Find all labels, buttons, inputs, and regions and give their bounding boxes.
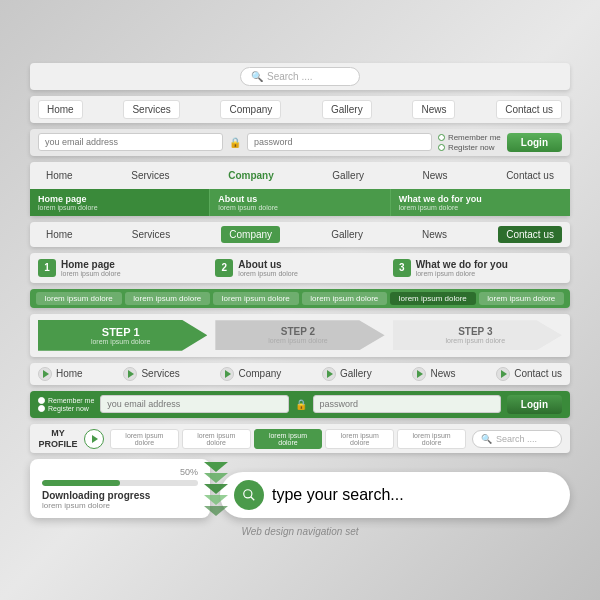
login-button-2[interactable]: Login — [507, 395, 562, 414]
play-btn-0[interactable] — [38, 367, 52, 381]
nav4-tab-services[interactable]: Services — [124, 226, 178, 243]
step-text-1: Home page lorem ipsum dolore — [61, 259, 121, 277]
play-item-5: Contact us — [496, 367, 562, 381]
nav4-tab-home[interactable]: Home — [38, 226, 81, 243]
dd-item-2[interactable]: About us lorem ipsum dolore — [210, 189, 390, 216]
bottom-row: 50% Downloading progress lorem ipsum dol… — [30, 459, 570, 518]
email-input-2[interactable] — [100, 395, 288, 413]
download-percent: 50% — [42, 467, 198, 477]
nav4-tab-company[interactable]: Company — [221, 226, 280, 243]
nav3-tab-company[interactable]: Company — [220, 167, 282, 184]
tab-gallery[interactable]: Gallery — [322, 100, 372, 119]
breadcrumb-tags: lorem ipsum dolore lorem ipsum dolore lo… — [110, 429, 466, 449]
play-label-2: Company — [238, 368, 281, 379]
search-svg — [242, 488, 256, 502]
login-button[interactable]: Login — [507, 133, 562, 152]
numbered-steps: 1 Home page lorem ipsum dolore 2 About u… — [30, 253, 570, 283]
register-radio[interactable] — [438, 144, 445, 151]
step-num-1: 1 — [38, 259, 56, 277]
prog-step-3[interactable]: STEP 3 lorem ipsum dolore — [393, 320, 562, 350]
play-btn-1[interactable] — [123, 367, 137, 381]
big-search-icon[interactable] — [234, 480, 264, 510]
search-box-1[interactable]: 🔍 Search .... — [240, 67, 360, 86]
dd-item-3[interactable]: What we do for you lorem ipsum dolore — [391, 189, 570, 216]
email-input[interactable] — [38, 133, 223, 151]
remember-radio-2[interactable] — [38, 397, 45, 404]
step-title-3: What we do for you — [416, 259, 508, 270]
prog-sub-3: lorem ipsum dolore — [446, 337, 506, 344]
play-label-4: News — [430, 368, 455, 379]
step-item-3: 3 What we do for you lorem ipsum dolore — [393, 259, 562, 277]
profile-label: MY PROFILE — [38, 428, 78, 450]
register-now-label: Register now — [448, 143, 495, 152]
step-item-1: 1 Home page lorem ipsum dolore — [38, 259, 207, 277]
play-item-0: Home — [38, 367, 83, 381]
nav3-tab-services[interactable]: Services — [123, 167, 177, 184]
remember-col: Remember me Register now — [438, 133, 501, 152]
bc-tag-0[interactable]: lorem ipsum dolore — [110, 429, 179, 449]
login-bar-green: Remember me Register now 🔒 Login — [30, 391, 570, 418]
step-text-2: About us lorem ipsum dolore — [238, 259, 298, 277]
big-search-placeholder: type your search... — [272, 486, 404, 504]
tag-2[interactable]: lorem ipsum dolore — [213, 292, 299, 305]
tag-1[interactable]: lorem ipsum dolore — [125, 292, 211, 305]
play-item-1: Services — [123, 367, 179, 381]
nav-green-dropdown: Home Services Company Gallery News Conta… — [30, 162, 570, 216]
nav4-tab-news[interactable]: News — [414, 226, 455, 243]
tag-0[interactable]: lorem ipsum dolore — [36, 292, 122, 305]
step-item-2: 2 About us lorem ipsum dolore — [215, 259, 384, 277]
tag-3[interactable]: lorem ipsum dolore — [302, 292, 388, 305]
dd-item-1[interactable]: Home page lorem ipsum dolore — [30, 189, 210, 216]
tag-4[interactable]: lorem ipsum dolore — [390, 292, 476, 305]
prog-step-1[interactable]: STEP 1 lorem ipsum dolore — [38, 320, 207, 351]
register-radio-2[interactable] — [38, 405, 45, 412]
bc-tag-1[interactable]: lorem ipsum dolore — [182, 429, 251, 449]
download-title: Downloading progress — [42, 490, 198, 501]
step-sub-2: lorem ipsum dolore — [238, 270, 298, 277]
nav4-tab-contact[interactable]: Contact us — [498, 226, 562, 243]
nav3-tab-gallery[interactable]: Gallery — [324, 167, 372, 184]
prog-step-2[interactable]: STEP 2 lorem ipsum dolore — [215, 320, 384, 350]
bc-tag-3[interactable]: lorem ipsum dolore — [325, 429, 394, 449]
play-label-3: Gallery — [340, 368, 372, 379]
play-label-0: Home — [56, 368, 83, 379]
step-sub-1: lorem ipsum dolore — [61, 270, 121, 277]
prog-sub-2: lorem ipsum dolore — [268, 337, 328, 344]
nav4-tab-gallery[interactable]: Gallery — [323, 226, 371, 243]
profile-search[interactable]: 🔍 Search .... — [472, 430, 562, 448]
download-sub: lorem ipsum dolore — [42, 501, 198, 510]
play-btn-3[interactable] — [322, 367, 336, 381]
tab-news[interactable]: News — [412, 100, 455, 119]
tag-5[interactable]: lorem ipsum dolore — [479, 292, 565, 305]
login-bar: 🔒 Remember me Register now Login — [30, 129, 570, 156]
tab-services[interactable]: Services — [123, 100, 179, 119]
lock-icon: 🔒 — [229, 137, 241, 148]
password-input[interactable] — [247, 133, 432, 151]
bc-tag-4[interactable]: lorem ipsum dolore — [397, 429, 466, 449]
play-btn-2[interactable] — [220, 367, 234, 381]
play-btn-4[interactable] — [412, 367, 426, 381]
tab-company[interactable]: Company — [220, 100, 281, 119]
bc-tag-2[interactable]: lorem ipsum dolore — [254, 429, 323, 449]
prog-label-3: STEP 3 — [458, 326, 492, 337]
password-input-2[interactable] — [313, 395, 501, 413]
nav3-tab-news[interactable]: News — [415, 167, 456, 184]
prog-label-2: STEP 2 — [281, 326, 315, 337]
nav4-dark: Home Services Company Gallery News Conta… — [30, 222, 570, 247]
profile-chevron-icon — [92, 435, 98, 443]
profile-next-btn[interactable] — [84, 429, 104, 449]
step-sub-3: lorem ipsum dolore — [416, 270, 508, 277]
tab-home[interactable]: Home — [38, 100, 83, 119]
nav3-tab-home[interactable]: Home — [38, 167, 81, 184]
play-item-3: Gallery — [322, 367, 372, 381]
nav3-top: Home Services Company Gallery News Conta… — [30, 162, 570, 189]
page-caption: Web design navigation set — [30, 526, 570, 537]
remember-radio[interactable] — [438, 134, 445, 141]
remember-me-label: Remember me — [448, 133, 501, 142]
play-label-5: Contact us — [514, 368, 562, 379]
play-btn-5[interactable] — [496, 367, 510, 381]
play-item-2: Company — [220, 367, 281, 381]
tab-contact[interactable]: Contact us — [496, 100, 562, 119]
step-num-3: 3 — [393, 259, 411, 277]
nav3-tab-contact[interactable]: Contact us — [498, 167, 562, 184]
